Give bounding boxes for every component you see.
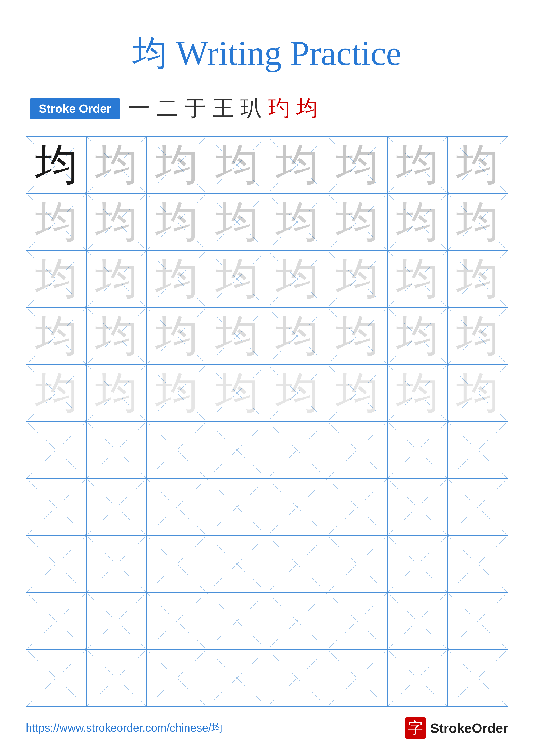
grid-cell[interactable] bbox=[26, 593, 87, 650]
grid-cell[interactable]: 均 bbox=[207, 251, 267, 308]
grid-cell[interactable] bbox=[87, 593, 146, 650]
practice-char: 均 bbox=[216, 371, 259, 415]
grid-cell[interactable]: 均 bbox=[387, 308, 447, 364]
grid-cell[interactable]: 均 bbox=[147, 364, 207, 421]
grid-cell[interactable] bbox=[267, 421, 327, 479]
grid-cell[interactable]: 均 bbox=[387, 194, 447, 251]
grid-cell[interactable] bbox=[327, 650, 387, 707]
practice-char: 均 bbox=[155, 201, 198, 244]
grid-cell[interactable]: 均 bbox=[327, 251, 387, 308]
grid-cell[interactable] bbox=[267, 535, 327, 593]
grid-cell[interactable] bbox=[26, 479, 87, 536]
grid-cell[interactable]: 均 bbox=[327, 194, 387, 251]
grid-cell[interactable] bbox=[267, 593, 327, 650]
practice-char: 均 bbox=[35, 314, 78, 358]
grid-cell[interactable] bbox=[447, 593, 508, 650]
stroke-sequence: 一 二 于 王 玐 玓 均 bbox=[128, 94, 318, 123]
grid-cell[interactable] bbox=[87, 535, 146, 593]
grid-cell[interactable] bbox=[147, 593, 207, 650]
grid-cell[interactable] bbox=[207, 421, 267, 479]
grid-cell[interactable] bbox=[26, 650, 87, 707]
grid-cell[interactable]: 均 bbox=[447, 136, 508, 194]
practice-char: 均 bbox=[456, 201, 499, 244]
grid-cell[interactable]: 均 bbox=[207, 364, 267, 421]
stroke-6: 玓 bbox=[268, 94, 290, 123]
practice-char: 均 bbox=[456, 371, 499, 415]
grid-cell[interactable] bbox=[387, 593, 447, 650]
grid-cell[interactable] bbox=[447, 650, 508, 707]
practice-char: 均 bbox=[396, 257, 439, 300]
grid-cell[interactable]: 均 bbox=[26, 194, 87, 251]
grid-cell[interactable] bbox=[147, 479, 207, 536]
grid-cell[interactable] bbox=[447, 421, 508, 479]
grid-cell[interactable] bbox=[147, 650, 207, 707]
grid-cell[interactable]: 均 bbox=[87, 308, 146, 364]
grid-cell[interactable] bbox=[327, 535, 387, 593]
grid-cell[interactable] bbox=[87, 650, 146, 707]
grid-cell[interactable] bbox=[87, 479, 146, 536]
grid-cell[interactable] bbox=[387, 535, 447, 593]
grid-cell[interactable] bbox=[387, 421, 447, 479]
grid-cell[interactable]: 均 bbox=[267, 364, 327, 421]
grid-cell[interactable]: 均 bbox=[26, 136, 87, 194]
stroke-2: 二 bbox=[156, 94, 178, 123]
grid-cell[interactable]: 均 bbox=[26, 308, 87, 364]
practice-char: 均 bbox=[35, 143, 78, 186]
grid-cell[interactable] bbox=[207, 593, 267, 650]
grid-cell[interactable] bbox=[147, 421, 207, 479]
grid-cell[interactable]: 均 bbox=[387, 251, 447, 308]
grid-cell[interactable]: 均 bbox=[447, 308, 508, 364]
grid-cell[interactable]: 均 bbox=[447, 364, 508, 421]
grid-cell[interactable]: 均 bbox=[207, 136, 267, 194]
logo-name: StrokeOrder bbox=[430, 720, 508, 736]
practice-char: 均 bbox=[396, 201, 439, 244]
grid-cell[interactable] bbox=[447, 479, 508, 536]
stroke-5: 玐 bbox=[241, 94, 262, 123]
grid-cell[interactable] bbox=[267, 650, 327, 707]
grid-cell[interactable]: 均 bbox=[147, 251, 207, 308]
practice-char: 均 bbox=[95, 143, 138, 186]
grid-cell[interactable]: 均 bbox=[327, 136, 387, 194]
grid-cell[interactable]: 均 bbox=[26, 364, 87, 421]
footer-url[interactable]: https://www.strokeorder.com/chinese/均 bbox=[26, 720, 222, 736]
grid-cell[interactable]: 均 bbox=[87, 364, 146, 421]
practice-char: 均 bbox=[336, 257, 379, 300]
grid-cell[interactable]: 均 bbox=[87, 194, 146, 251]
grid-cell[interactable] bbox=[147, 535, 207, 593]
practice-char: 均 bbox=[216, 143, 259, 186]
grid-cell[interactable]: 均 bbox=[87, 251, 146, 308]
grid-cell[interactable]: 均 bbox=[267, 194, 327, 251]
title-section: 均 Writing Practice bbox=[26, 30, 508, 77]
grid-cell[interactable]: 均 bbox=[387, 364, 447, 421]
grid-cell[interactable]: 均 bbox=[267, 136, 327, 194]
practice-char: 均 bbox=[216, 201, 259, 244]
grid-cell[interactable]: 均 bbox=[267, 251, 327, 308]
grid-cell[interactable]: 均 bbox=[387, 136, 447, 194]
grid-cell[interactable] bbox=[447, 535, 508, 593]
grid-cell[interactable]: 均 bbox=[327, 308, 387, 364]
stroke-order-badge: Stroke Order bbox=[30, 98, 120, 120]
grid-cell[interactable] bbox=[267, 479, 327, 536]
grid-cell[interactable] bbox=[87, 421, 146, 479]
grid-cell[interactable] bbox=[327, 479, 387, 536]
grid-cell[interactable] bbox=[387, 479, 447, 536]
grid-cell[interactable]: 均 bbox=[87, 136, 146, 194]
grid-cell[interactable]: 均 bbox=[447, 251, 508, 308]
grid-cell[interactable] bbox=[207, 535, 267, 593]
grid-cell[interactable]: 均 bbox=[207, 194, 267, 251]
grid-cell[interactable]: 均 bbox=[26, 251, 87, 308]
grid-cell[interactable]: 均 bbox=[447, 194, 508, 251]
grid-cell[interactable]: 均 bbox=[267, 308, 327, 364]
grid-cell[interactable]: 均 bbox=[147, 136, 207, 194]
grid-cell[interactable] bbox=[26, 535, 87, 593]
grid-cell[interactable] bbox=[207, 479, 267, 536]
grid-cell[interactable]: 均 bbox=[147, 194, 207, 251]
grid-cell[interactable] bbox=[327, 421, 387, 479]
grid-cell[interactable] bbox=[387, 650, 447, 707]
grid-cell[interactable]: 均 bbox=[207, 308, 267, 364]
grid-cell[interactable]: 均 bbox=[327, 364, 387, 421]
grid-cell[interactable]: 均 bbox=[147, 308, 207, 364]
grid-cell[interactable] bbox=[26, 421, 87, 479]
grid-cell[interactable] bbox=[327, 593, 387, 650]
grid-cell[interactable] bbox=[207, 650, 267, 707]
